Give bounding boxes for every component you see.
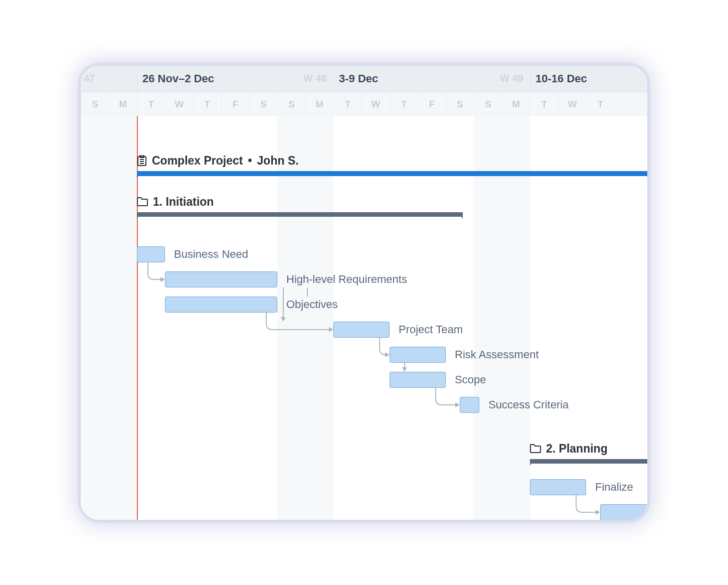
weekend-band [277, 116, 333, 520]
day-header-cell[interactable]: M [109, 92, 137, 116]
day-header-cell[interactable]: W [558, 92, 586, 116]
week-number: W 49 [500, 66, 523, 92]
folder-icon [530, 444, 541, 453]
day-header-cell[interactable]: S [249, 92, 277, 116]
day-header-cell[interactable]: S [474, 92, 502, 116]
day-header-cell[interactable]: F [221, 92, 249, 116]
weekend-band [474, 116, 530, 520]
task-bar-finalize-next[interactable] [600, 504, 647, 520]
svg-marker-0 [160, 277, 165, 282]
day-header-cell[interactable]: T [333, 92, 361, 116]
task-bar-project-team[interactable] [333, 322, 390, 338]
svg-marker-5 [455, 402, 460, 407]
task-bar-finalize[interactable] [530, 479, 586, 495]
task-bar-success[interactable] [460, 397, 479, 413]
project-summary-bar[interactable] [137, 171, 647, 176]
task-label-objectives: Objectives [286, 297, 338, 313]
task-bar-business-need[interactable] [137, 246, 165, 262]
day-header-cell[interactable]: T [137, 92, 165, 116]
task-bar-risk[interactable] [390, 347, 446, 363]
dot-separator: • [248, 154, 252, 168]
folder-icon [137, 197, 148, 206]
week-cell[interactable]: 10-16 Dec [530, 66, 647, 92]
task-label-business-need: Business Need [174, 246, 248, 262]
group-bar-initiation[interactable] [137, 212, 463, 217]
week-range-label: 3-9 Dec [339, 72, 378, 85]
day-header-cell[interactable]: S [277, 92, 305, 116]
project-summary-label[interactable]: Complex Project•John S. [137, 154, 299, 168]
week-number: 47 [84, 66, 95, 92]
day-header-cell[interactable]: F [418, 92, 446, 116]
day-header-cell[interactable]: W [361, 92, 390, 116]
project-owner: John S. [257, 154, 299, 168]
day-header-cell[interactable]: T [530, 92, 558, 116]
week-number: W 48 [303, 66, 327, 92]
svg-marker-4 [402, 367, 407, 372]
day-header-cell[interactable]: T [193, 92, 221, 116]
group-bar-planning[interactable] [530, 459, 647, 464]
task-bar-scope[interactable] [390, 372, 446, 388]
day-header-cell[interactable]: M [305, 92, 333, 116]
project-title: Complex Project [152, 154, 243, 168]
task-label-project-team: Project Team [399, 322, 463, 338]
day-header-cell[interactable]: S [446, 92, 474, 116]
group-title: 2. Planning [546, 442, 608, 456]
week-range-label: 10-16 Dec [535, 72, 587, 85]
group-title: 1. Initiation [153, 195, 214, 209]
day-header-cell[interactable]: M [502, 92, 530, 116]
day-header-cell[interactable]: W [165, 92, 193, 116]
week-range-label: 26 Nov–2 Dec [142, 72, 214, 85]
day-header-cell[interactable]: T [586, 92, 614, 116]
project-icon [137, 155, 147, 166]
task-bar-objectives[interactable] [165, 297, 277, 313]
day-header-cell[interactable]: S [81, 92, 109, 116]
task-label-finalize: Finalize [595, 479, 633, 495]
task-label-scope: Scope [455, 372, 486, 388]
task-label-hlr: High-level Requirements [286, 271, 407, 287]
svg-marker-3 [385, 352, 390, 357]
weekend-band [81, 116, 137, 520]
task-label-risk: Risk Assessment [455, 347, 539, 363]
task-bar-hlr[interactable] [165, 271, 277, 287]
svg-marker-6 [596, 510, 600, 515]
day-header-cell[interactable]: T [390, 92, 418, 116]
group-label-initiation[interactable]: 1. Initiation [137, 195, 214, 209]
task-label-success: Success Criteria [488, 397, 569, 413]
group-label-planning[interactable]: 2. Planning [530, 442, 608, 456]
